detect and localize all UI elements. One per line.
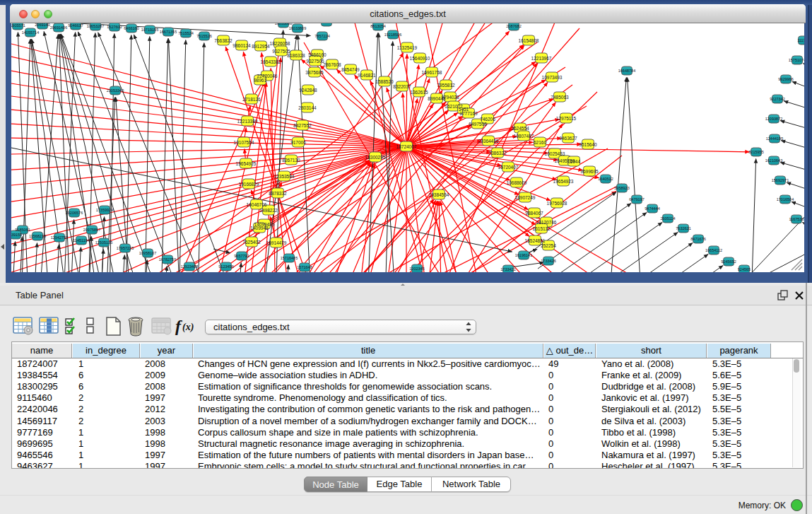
svg-text:17359924: 17359924 <box>96 208 113 212</box>
svg-text:16944: 16944 <box>567 159 580 164</box>
svg-text:1640512: 1640512 <box>598 177 613 181</box>
svg-text:16961758: 16961758 <box>422 70 442 75</box>
svg-text:62160: 62160 <box>534 140 546 145</box>
svg-text:11568219: 11568219 <box>29 234 46 238</box>
svg-text:7386322: 7386322 <box>488 151 507 156</box>
svg-text:9884067: 9884067 <box>525 211 543 216</box>
svg-text:252254: 252254 <box>541 243 556 248</box>
svg-text:8186328: 8186328 <box>287 53 305 58</box>
svg-text:12505135: 12505135 <box>95 240 112 245</box>
svg-text:12444195: 12444195 <box>766 136 783 141</box>
svg-text:17016504: 17016504 <box>777 197 794 201</box>
svg-text:5958923: 5958923 <box>614 186 629 190</box>
svg-text:9860124: 9860124 <box>233 43 251 48</box>
svg-text:18724007: 18724007 <box>396 144 417 149</box>
svg-text:1733426: 1733426 <box>541 259 555 263</box>
svg-text:9146821: 9146821 <box>358 73 376 78</box>
svg-text:8454749: 8454749 <box>341 67 360 72</box>
svg-text:12923408: 12923408 <box>181 264 198 269</box>
svg-text:1409948: 1409948 <box>250 226 269 230</box>
svg-text:9794028: 9794028 <box>441 95 459 100</box>
svg-text:2935114: 2935114 <box>660 216 675 221</box>
svg-text:9046637: 9046637 <box>68 23 83 28</box>
svg-text:1588520: 1588520 <box>375 79 394 84</box>
svg-text:9245652: 9245652 <box>721 259 736 264</box>
svg-text:19654923: 19654923 <box>553 179 574 184</box>
svg-text:6466160: 6466160 <box>124 26 139 30</box>
svg-text:7632621: 7632621 <box>676 226 690 230</box>
svg-text:16914479: 16914479 <box>266 240 287 245</box>
svg-text:10688609: 10688609 <box>507 180 527 185</box>
svg-text:7485063: 7485063 <box>551 95 569 100</box>
svg-text:9515640: 9515640 <box>579 142 597 147</box>
svg-text:746206: 746206 <box>480 117 495 122</box>
svg-text:12093872: 12093872 <box>765 117 782 121</box>
svg-text:16046706: 16046706 <box>247 202 267 207</box>
svg-text:1498222: 1498222 <box>259 208 278 213</box>
svg-text:16543382: 16543382 <box>261 59 281 64</box>
svg-text:8471676: 8471676 <box>690 237 705 241</box>
svg-text:20364436: 20364436 <box>478 139 499 144</box>
svg-text:f: f <box>175 317 182 335</box>
svg-text:16154808: 16154808 <box>519 38 539 43</box>
svg-text:939159: 939159 <box>11 233 22 237</box>
svg-text:12213967: 12213967 <box>531 56 552 61</box>
svg-text:18226058: 18226058 <box>270 41 290 46</box>
svg-text:9474444: 9474444 <box>645 206 659 211</box>
svg-text:19384554: 19384554 <box>429 192 449 197</box>
svg-text:2867608: 2867608 <box>323 62 341 67</box>
svg-text:8878332: 8878332 <box>269 191 287 196</box>
svg-text:98961: 98961 <box>254 78 266 83</box>
svg-text:16120746: 16120746 <box>536 220 557 225</box>
svg-text:19756928: 19756928 <box>547 201 567 206</box>
svg-text:16671355: 16671355 <box>160 30 177 34</box>
svg-text:1571648: 1571648 <box>297 265 312 269</box>
svg-text:16033809: 16033809 <box>289 26 306 30</box>
svg-text:16033808: 16033808 <box>275 23 292 25</box>
svg-text:15640910: 15640910 <box>410 56 430 61</box>
svg-text:9657791: 9657791 <box>234 254 249 258</box>
svg-text:10807487: 10807487 <box>514 134 534 139</box>
svg-text:9123456: 9123456 <box>218 264 233 269</box>
svg-text:924565: 924565 <box>738 267 751 271</box>
svg-text:2087682: 2087682 <box>506 24 521 28</box>
svg-text:7663822: 7663822 <box>214 38 233 43</box>
svg-text:7625402: 7625402 <box>242 240 261 245</box>
svg-text:78572: 78572 <box>321 23 331 24</box>
svg-text:15751074: 15751074 <box>789 58 804 62</box>
svg-text:3875685: 3875685 <box>305 70 324 75</box>
svg-text:7955812: 7955812 <box>437 83 455 88</box>
svg-text:8267130: 8267130 <box>282 158 300 163</box>
svg-text:11451194: 11451194 <box>73 238 90 243</box>
svg-text:10973493: 10973493 <box>542 75 563 80</box>
svg-text:6497508: 6497508 <box>469 122 487 127</box>
svg-text:6479197: 6479197 <box>629 197 644 201</box>
svg-text:8322037: 8322037 <box>393 84 411 89</box>
svg-text:917006: 917006 <box>290 140 306 145</box>
svg-text:10654112: 10654112 <box>705 248 722 252</box>
svg-text:19218506: 19218506 <box>384 33 401 37</box>
svg-text:1202345: 1202345 <box>409 267 424 271</box>
svg-text:19166829: 19166829 <box>239 182 259 187</box>
svg-text:111785: 111785 <box>797 38 804 42</box>
svg-text:15692971: 15692971 <box>772 178 789 182</box>
svg-text:16196141: 16196141 <box>515 253 532 257</box>
svg-text:23053340: 23053340 <box>107 88 124 93</box>
svg-text:10653287: 10653287 <box>87 24 104 28</box>
svg-text:10107554: 10107554 <box>234 140 254 145</box>
svg-text:9227342: 9227342 <box>770 97 784 101</box>
svg-text:12353594: 12353594 <box>274 174 295 179</box>
svg-text:9242848: 9242848 <box>299 88 317 93</box>
svg-text:9463627: 9463627 <box>559 136 577 141</box>
svg-text:12213389: 12213389 <box>237 119 258 124</box>
svg-text:18907249: 18907249 <box>515 195 536 200</box>
svg-text:12975115: 12975115 <box>556 116 577 121</box>
svg-text:1167533: 1167533 <box>789 217 804 221</box>
svg-text:19654925: 19654925 <box>236 161 257 166</box>
svg-text:2718126: 2718126 <box>242 97 261 102</box>
svg-text:12942757: 12942757 <box>51 235 68 240</box>
svg-text:20975867: 20975867 <box>83 228 100 232</box>
svg-text:16782759: 16782759 <box>159 257 176 262</box>
svg-text:8215955: 8215955 <box>748 150 763 154</box>
svg-text:9185061: 9185061 <box>15 228 30 232</box>
